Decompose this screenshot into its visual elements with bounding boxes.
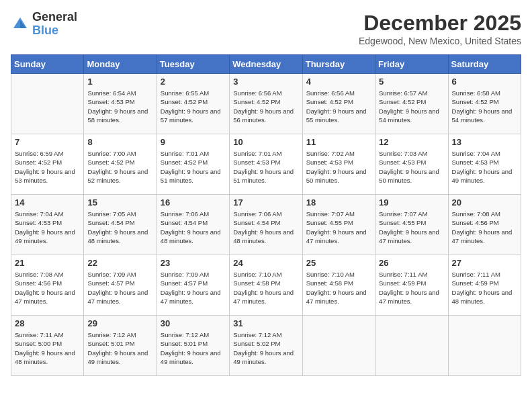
day-info: Sunrise: 7:04 AMSunset: 4:53 PMDaylight:… xyxy=(15,210,80,245)
calendar-week-row: 28Sunrise: 7:11 AMSunset: 5:00 PMDayligh… xyxy=(11,316,521,376)
calendar-day-cell xyxy=(11,74,84,134)
day-number: 29 xyxy=(87,318,152,328)
day-number: 12 xyxy=(379,137,444,147)
day-info: Sunrise: 6:56 AMSunset: 4:52 PMDaylight:… xyxy=(306,89,371,124)
day-number: 13 xyxy=(452,137,517,147)
day-info: Sunrise: 7:09 AMSunset: 4:57 PMDaylight:… xyxy=(87,270,152,306)
day-info: Sunrise: 7:07 AMSunset: 4:55 PMDaylight:… xyxy=(306,210,371,245)
day-number: 27 xyxy=(452,258,517,268)
day-info: Sunrise: 7:08 AMSunset: 4:56 PMDaylight:… xyxy=(15,270,80,306)
day-info: Sunrise: 7:02 AMSunset: 4:53 PMDaylight:… xyxy=(306,149,371,185)
day-info: Sunrise: 7:11 AMSunset: 4:59 PMDaylight:… xyxy=(452,270,517,306)
day-number: 18 xyxy=(306,197,371,208)
calendar-day-cell: 20Sunrise: 7:08 AMSunset: 4:56 PMDayligh… xyxy=(448,195,521,255)
day-info: Sunrise: 7:05 AMSunset: 4:54 PMDaylight:… xyxy=(87,210,152,245)
calendar-day-cell: 13Sunrise: 7:04 AMSunset: 4:53 PMDayligh… xyxy=(448,134,521,195)
day-info: Sunrise: 7:04 AMSunset: 4:53 PMDaylight:… xyxy=(452,149,517,185)
calendar-week-row: 21Sunrise: 7:08 AMSunset: 4:56 PMDayligh… xyxy=(11,255,521,316)
day-info: Sunrise: 7:08 AMSunset: 4:56 PMDaylight:… xyxy=(452,210,517,245)
day-number: 31 xyxy=(233,318,298,328)
calendar-day-cell: 23Sunrise: 7:09 AMSunset: 4:57 PMDayligh… xyxy=(157,255,229,316)
day-info: Sunrise: 7:10 AMSunset: 4:58 PMDaylight:… xyxy=(233,270,298,306)
day-info: Sunrise: 6:58 AMSunset: 4:52 PMDaylight:… xyxy=(452,89,517,124)
weekday-header: Wednesday xyxy=(230,55,302,74)
location: Edgewood, New Mexico, United States xyxy=(359,36,521,46)
day-number: 7 xyxy=(15,137,80,147)
day-info: Sunrise: 7:12 AMSunset: 5:01 PMDaylight:… xyxy=(161,330,226,366)
calendar-day-cell: 26Sunrise: 7:11 AMSunset: 4:59 PMDayligh… xyxy=(375,255,448,316)
calendar-day-cell: 28Sunrise: 7:11 AMSunset: 5:00 PMDayligh… xyxy=(11,316,84,376)
day-number: 6 xyxy=(452,77,517,87)
calendar-day-cell: 1Sunrise: 6:54 AMSunset: 4:53 PMDaylight… xyxy=(84,74,157,134)
day-number: 11 xyxy=(306,137,371,147)
day-number: 10 xyxy=(233,137,298,147)
calendar-day-cell: 7Sunrise: 6:59 AMSunset: 4:52 PMDaylight… xyxy=(11,134,84,195)
day-number: 17 xyxy=(233,197,298,208)
day-number: 23 xyxy=(161,258,226,268)
day-number: 24 xyxy=(233,258,298,268)
weekday-header: Monday xyxy=(84,55,157,74)
calendar-day-cell: 15Sunrise: 7:05 AMSunset: 4:54 PMDayligh… xyxy=(84,195,157,255)
weekday-row: SundayMondayTuesdayWednesdayThursdayFrid… xyxy=(11,55,521,74)
calendar-week-row: 1Sunrise: 6:54 AMSunset: 4:53 PMDaylight… xyxy=(11,74,521,134)
calendar-day-cell: 24Sunrise: 7:10 AMSunset: 4:58 PMDayligh… xyxy=(230,255,302,316)
day-info: Sunrise: 7:06 AMSunset: 4:54 PMDaylight:… xyxy=(161,210,226,245)
day-info: Sunrise: 7:00 AMSunset: 4:52 PMDaylight:… xyxy=(87,149,152,185)
day-number: 2 xyxy=(161,77,226,87)
day-info: Sunrise: 7:03 AMSunset: 4:53 PMDaylight:… xyxy=(379,149,444,185)
day-number: 5 xyxy=(379,77,444,87)
page-header: General Blue December 2025 Edgewood, New… xyxy=(11,11,521,46)
calendar-header: SundayMondayTuesdayWednesdayThursdayFrid… xyxy=(11,55,521,74)
day-info: Sunrise: 6:55 AMSunset: 4:52 PMDaylight:… xyxy=(161,89,226,124)
calendar-day-cell: 14Sunrise: 7:04 AMSunset: 4:53 PMDayligh… xyxy=(11,195,84,255)
logo-line2: Blue xyxy=(32,24,77,38)
calendar-day-cell: 30Sunrise: 7:12 AMSunset: 5:01 PMDayligh… xyxy=(157,316,229,376)
logo-text: General Blue xyxy=(32,11,77,38)
calendar-day-cell: 31Sunrise: 7:12 AMSunset: 5:02 PMDayligh… xyxy=(230,316,302,376)
day-number: 25 xyxy=(306,258,371,268)
day-number: 3 xyxy=(233,77,298,87)
day-info: Sunrise: 7:06 AMSunset: 4:54 PMDaylight:… xyxy=(233,210,298,245)
day-number: 16 xyxy=(161,197,226,208)
title-section: December 2025 Edgewood, New Mexico, Unit… xyxy=(359,11,521,46)
calendar-day-cell: 19Sunrise: 7:07 AMSunset: 4:55 PMDayligh… xyxy=(375,195,448,255)
day-info: Sunrise: 7:09 AMSunset: 4:57 PMDaylight:… xyxy=(161,270,226,306)
day-info: Sunrise: 7:11 AMSunset: 4:59 PMDaylight:… xyxy=(379,270,444,306)
day-number: 20 xyxy=(452,197,517,208)
logo-icon xyxy=(11,15,30,34)
calendar-day-cell: 10Sunrise: 7:01 AMSunset: 4:53 PMDayligh… xyxy=(230,134,302,195)
day-number: 1 xyxy=(87,77,152,87)
logo: General Blue xyxy=(11,11,77,38)
calendar-day-cell: 16Sunrise: 7:06 AMSunset: 4:54 PMDayligh… xyxy=(157,195,229,255)
day-number: 30 xyxy=(161,318,226,328)
day-number: 9 xyxy=(161,137,226,147)
calendar-day-cell: 27Sunrise: 7:11 AMSunset: 4:59 PMDayligh… xyxy=(448,255,521,316)
calendar-day-cell xyxy=(302,316,375,376)
day-number: 19 xyxy=(379,197,444,208)
calendar-day-cell: 8Sunrise: 7:00 AMSunset: 4:52 PMDaylight… xyxy=(84,134,157,195)
day-number: 15 xyxy=(87,197,152,208)
calendar-day-cell: 29Sunrise: 7:12 AMSunset: 5:01 PMDayligh… xyxy=(84,316,157,376)
calendar-day-cell: 21Sunrise: 7:08 AMSunset: 4:56 PMDayligh… xyxy=(11,255,84,316)
day-number: 4 xyxy=(306,77,371,87)
calendar-day-cell: 3Sunrise: 6:56 AMSunset: 4:52 PMDaylight… xyxy=(230,74,302,134)
day-number: 14 xyxy=(15,197,80,208)
weekday-header: Thursday xyxy=(302,55,375,74)
calendar-day-cell: 6Sunrise: 6:58 AMSunset: 4:52 PMDaylight… xyxy=(448,74,521,134)
day-info: Sunrise: 7:01 AMSunset: 4:52 PMDaylight:… xyxy=(161,149,226,185)
calendar-week-row: 14Sunrise: 7:04 AMSunset: 4:53 PMDayligh… xyxy=(11,195,521,255)
calendar-day-cell: 4Sunrise: 6:56 AMSunset: 4:52 PMDaylight… xyxy=(302,74,375,134)
day-number: 28 xyxy=(15,318,80,328)
calendar-day-cell: 5Sunrise: 6:57 AMSunset: 4:52 PMDaylight… xyxy=(375,74,448,134)
calendar-day-cell: 9Sunrise: 7:01 AMSunset: 4:52 PMDaylight… xyxy=(157,134,229,195)
weekday-header: Saturday xyxy=(448,55,521,74)
day-info: Sunrise: 7:07 AMSunset: 4:55 PMDaylight:… xyxy=(379,210,444,245)
weekday-header: Tuesday xyxy=(157,55,229,74)
calendar-body: 1Sunrise: 6:54 AMSunset: 4:53 PMDaylight… xyxy=(11,74,521,376)
day-number: 8 xyxy=(87,137,152,147)
day-info: Sunrise: 6:54 AMSunset: 4:53 PMDaylight:… xyxy=(87,89,152,124)
day-info: Sunrise: 7:10 AMSunset: 4:58 PMDaylight:… xyxy=(306,270,371,306)
calendar-day-cell: 25Sunrise: 7:10 AMSunset: 4:58 PMDayligh… xyxy=(302,255,375,316)
calendar-day-cell: 17Sunrise: 7:06 AMSunset: 4:54 PMDayligh… xyxy=(230,195,302,255)
logo-line1: General xyxy=(32,11,77,24)
